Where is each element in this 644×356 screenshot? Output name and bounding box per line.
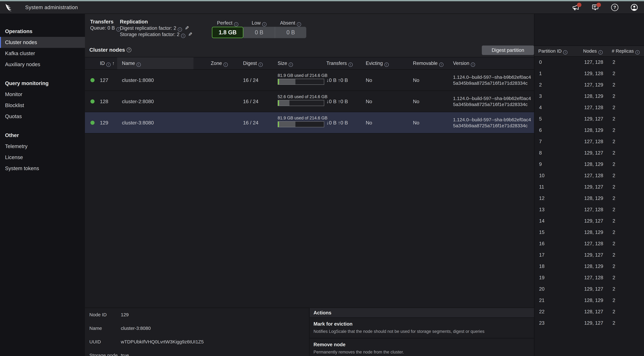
column-header-partition-id[interactable]: Partition IDi: [538, 46, 568, 56]
sidebar-item[interactable]: Blocklist: [0, 100, 85, 111]
node-status-icon: [90, 121, 94, 125]
partition-row: 3 128, 129 2: [534, 91, 644, 102]
detail-label: Node ID: [89, 312, 121, 317]
messages-icon[interactable]: [591, 3, 599, 12]
partition-replicas-cell: 2: [612, 238, 615, 249]
replication-header: Replication: [120, 19, 192, 25]
sidebar-item[interactable]: Monitor: [0, 89, 85, 100]
partition-id-cell: 12: [539, 193, 544, 204]
info-icon[interactable]: i: [224, 63, 228, 67]
info-icon[interactable]: i: [384, 63, 389, 67]
node-status-icon: [90, 99, 94, 103]
info-icon[interactable]: i: [439, 63, 444, 67]
notification-badge: [577, 3, 582, 7]
sidebar: OperationsCluster nodesKafka clusterAuxi…: [0, 14, 85, 356]
info-icon[interactable]: i: [262, 22, 266, 27]
partition-replicas-cell: 2: [612, 249, 615, 261]
info-icon[interactable]: i: [106, 63, 110, 67]
column-header-version[interactable]: Versioni: [453, 57, 475, 69]
partition-row: 7 127, 128 2: [534, 136, 644, 147]
info-icon[interactable]: i: [635, 50, 640, 55]
partition-id-cell: 20: [539, 283, 544, 295]
action-description: Permanently removes the node from the cl…: [314, 350, 530, 354]
partition-id-cell: 2: [539, 79, 542, 91]
partition-id-cell: 10: [539, 170, 544, 181]
column-header-nodes[interactable]: Nodesi: [583, 46, 603, 56]
column-header-digest[interactable]: Digesti: [243, 57, 263, 69]
partition-nodes-cell: 128, 129: [584, 159, 603, 170]
info-icon[interactable]: i: [136, 63, 141, 67]
info-icon[interactable]: i: [178, 27, 182, 32]
digest-partition-rules-button[interactable]: Digest partition rules: [482, 46, 534, 55]
partition-replicas-cell: 2: [612, 317, 615, 329]
info-icon[interactable]: i: [297, 22, 301, 27]
node-version-cell: 1.124.0--build-597--sha-b9b62ef0ac45a345…: [453, 74, 532, 86]
detail-label: Name: [89, 326, 121, 331]
partition-replicas-cell: 2: [612, 79, 615, 91]
perfect-label: Perfecti: [212, 20, 243, 26]
sidebar-item[interactable]: Operations: [0, 26, 85, 37]
sidebar-item[interactable]: Query monitoring: [0, 78, 85, 89]
sidebar-item[interactable]: Other: [0, 130, 85, 141]
info-icon[interactable]: i: [348, 63, 353, 67]
action-item[interactable]: Mark for eviction Notifies LogScale that…: [310, 318, 534, 338]
partition-replicas-cell: 2: [612, 125, 615, 136]
top-bar: System administration ?: [0, 1, 644, 14]
disk-usage-bar: [278, 79, 324, 85]
info-icon[interactable]: i: [598, 50, 603, 55]
column-header-zone[interactable]: Zonei: [211, 57, 228, 69]
low-label: Lowi: [243, 20, 275, 26]
partition-id-cell: 7: [539, 136, 542, 147]
node-size-cell: 81.9 GB used of 214.6 GB: [278, 115, 325, 127]
node-version-cell: 1.124.0--build-597--sha-b9b62ef0ac45a345…: [453, 95, 532, 107]
cluster-node-row[interactable]: 127 cluster-1:8080 16 / 24 81.9 GB used …: [85, 70, 534, 91]
help-icon[interactable]: ?: [127, 48, 131, 52]
info-icon[interactable]: i: [563, 50, 568, 55]
crowdstrike-falcon-logo-icon[interactable]: [4, 3, 13, 12]
sidebar-item[interactable]: Kafka cluster: [0, 48, 85, 59]
partition-replicas-cell: 2: [612, 170, 615, 181]
column-header-id[interactable]: IDi↑: [100, 57, 115, 69]
action-item[interactable]: Remove node Permanently removes the node…: [310, 338, 534, 356]
node-removable-cell: No: [413, 70, 419, 91]
user-avatar[interactable]: [630, 3, 638, 12]
sidebar-item[interactable]: Quotas: [0, 111, 85, 122]
node-digest-cell: 16 / 24: [243, 70, 258, 91]
actions-list: Mark for eviction Notifies LogScale that…: [310, 318, 534, 356]
node-evicting-cell: No: [366, 112, 372, 133]
info-icon[interactable]: i: [181, 34, 185, 38]
partition-nodes-cell: 127, 128: [584, 204, 603, 215]
info-icon[interactable]: i: [289, 63, 293, 67]
node-actions-panel: Actions Mark for eviction Notifies LogSc…: [310, 308, 534, 356]
sidebar-item[interactable]: Telemetry: [0, 141, 85, 152]
column-header-size[interactable]: Sizei: [278, 57, 293, 69]
partition-replicas-cell: 2: [612, 204, 615, 215]
edit-storage-factor-icon[interactable]: ✎: [188, 31, 192, 38]
node-evicting-cell: No: [366, 70, 372, 91]
column-header-transfers[interactable]: Transfersi: [326, 57, 353, 69]
sidebar-item[interactable]: System tokens: [0, 163, 85, 174]
column-header-removable[interactable]: Removablei: [413, 57, 444, 69]
sidebar-item[interactable]: Cluster nodes: [0, 37, 85, 48]
sidebar-item[interactable]: Auxiliary nodes: [0, 59, 85, 70]
announcements-icon[interactable]: [572, 3, 580, 12]
partition-nodes-cell: 129, 127: [584, 249, 603, 261]
disk-usage-marker: [278, 100, 279, 106]
partition-nodes-cell: 127, 128: [584, 136, 603, 147]
edit-digest-factor-icon[interactable]: ✎: [185, 25, 189, 31]
column-header-name[interactable]: Namei: [122, 57, 141, 69]
partition-nodes-cell: 127, 128: [584, 238, 603, 249]
sidebar-item[interactable]: License: [0, 152, 85, 163]
info-icon[interactable]: i: [258, 63, 263, 67]
partition-nodes-cell: 128, 129: [584, 125, 603, 136]
disk-usage-bar: [278, 121, 324, 127]
help-icon[interactable]: ?: [611, 3, 619, 12]
node-name-cell: cluster-2:8080: [122, 91, 154, 112]
info-icon[interactable]: i: [471, 63, 475, 67]
column-header-evicting[interactable]: Evictingi: [366, 57, 389, 69]
cluster-node-row[interactable]: 128 cluster-2:8080 16 / 24 52.6 GB used …: [85, 91, 534, 112]
info-icon[interactable]: i: [234, 22, 238, 27]
cluster-node-row[interactable]: 129 cluster-3:8080 16 / 24 81.9 GB used …: [85, 112, 534, 133]
column-header-replicas[interactable]: # Replicasi: [612, 46, 640, 56]
partition-id-cell: 1: [539, 68, 542, 79]
